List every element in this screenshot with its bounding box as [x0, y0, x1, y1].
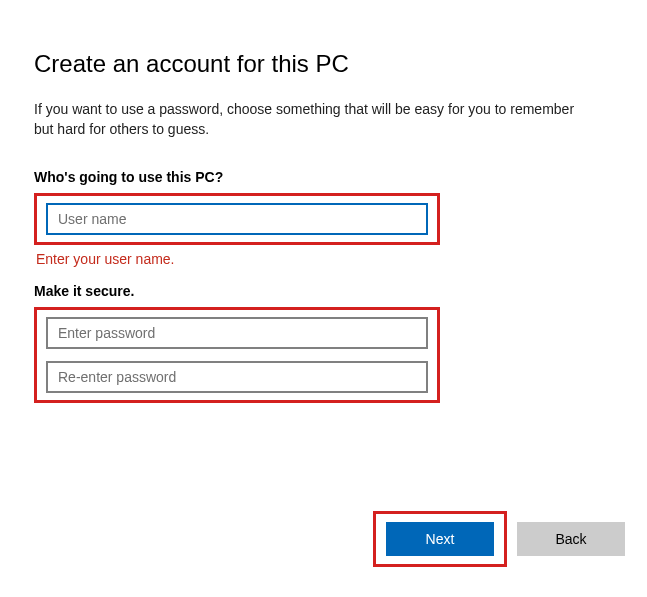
username-label: Who's going to use this PC?: [34, 169, 613, 185]
button-row: Next Back: [373, 511, 625, 567]
next-button[interactable]: Next: [386, 522, 494, 556]
page-title: Create an account for this PC: [34, 50, 613, 78]
create-account-pane: Create an account for this PC If you wan…: [0, 0, 647, 403]
back-button[interactable]: Back: [517, 522, 625, 556]
confirm-password-input[interactable]: [46, 361, 428, 393]
next-highlight: Next: [373, 511, 507, 567]
username-error: Enter your user name.: [36, 251, 613, 267]
username-input[interactable]: [46, 203, 428, 235]
password-label: Make it secure.: [34, 283, 613, 299]
page-description: If you want to use a password, choose so…: [34, 100, 594, 139]
password-highlight: [34, 307, 440, 403]
username-highlight: [34, 193, 440, 245]
password-input[interactable]: [46, 317, 428, 349]
